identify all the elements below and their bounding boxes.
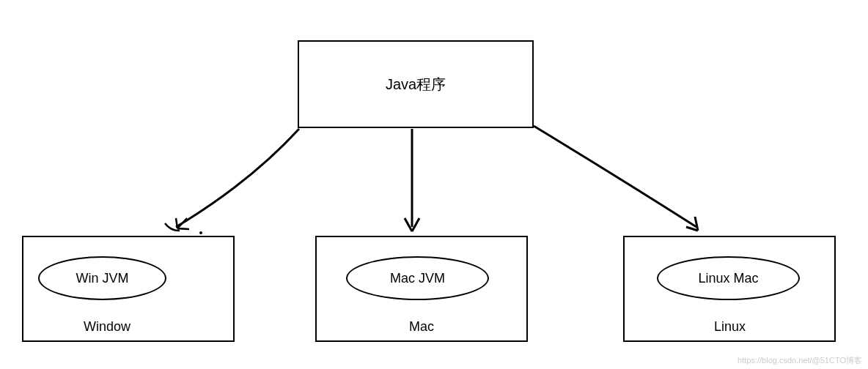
platform-label-mac: Mac (409, 319, 434, 335)
jvm-ellipse-linux: Linux Mac (657, 256, 800, 300)
jvm-ellipse-mac: Mac JVM (346, 256, 489, 300)
platform-label-win: Window (84, 319, 130, 335)
stray-dot (199, 231, 202, 234)
watermark: https://blog.csdn.net/@51CTO博客 (738, 355, 862, 366)
jvm-ellipse-win: Win JVM (38, 256, 166, 300)
node-mac: Mac JVM Mac (315, 236, 528, 342)
node-linux: Linux Mac Linux (623, 236, 836, 342)
node-window: Win JVM Window (22, 236, 235, 342)
jvm-label: Win JVM (76, 271, 129, 286)
top-node-label: Java程序 (386, 75, 446, 94)
jvm-label: Mac JVM (390, 271, 445, 286)
top-node: Java程序 (298, 40, 534, 128)
platform-label-linux: Linux (714, 319, 746, 335)
jvm-label: Linux Mac (698, 271, 758, 286)
